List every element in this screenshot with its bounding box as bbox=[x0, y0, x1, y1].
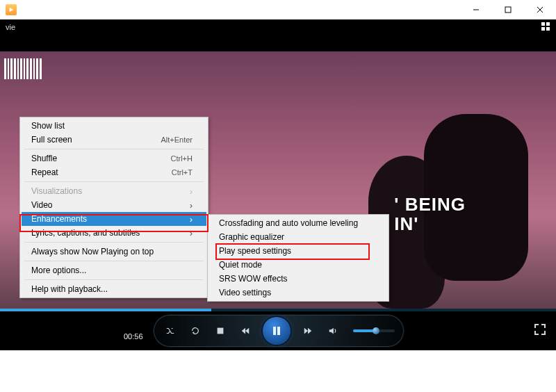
play-pause-button[interactable] bbox=[263, 317, 291, 345]
svg-rect-8 bbox=[546, 27, 550, 31]
svg-rect-10 bbox=[218, 328, 224, 334]
svg-rect-7 bbox=[541, 27, 545, 31]
maximize-button[interactable] bbox=[492, 0, 524, 19]
window-titlebar bbox=[0, 0, 556, 19]
elapsed-time: 00:56 bbox=[124, 332, 143, 341]
close-button[interactable] bbox=[524, 0, 556, 19]
svg-marker-0 bbox=[10, 8, 14, 12]
svg-marker-17 bbox=[329, 328, 334, 334]
control-dock bbox=[153, 314, 404, 348]
video-area: ' BEING IN' Show list Full screenAlt+Ent… bbox=[0, 35, 556, 350]
previous-button[interactable] bbox=[238, 323, 253, 338]
switch-view-icon[interactable] bbox=[541, 22, 550, 33]
minimize-button[interactable] bbox=[460, 0, 492, 19]
menu-always-on-top[interactable]: Always show Now Playing on top bbox=[22, 245, 206, 259]
seek-progress bbox=[0, 309, 211, 311]
playback-controls: 00:56 bbox=[0, 309, 556, 350]
video-caption: ' BEING IN' bbox=[394, 195, 466, 234]
toolbar-title: vie bbox=[6, 23, 15, 31]
context-menu: Show list Full screenAlt+Enter ShuffleCt… bbox=[19, 117, 208, 298]
svg-marker-11 bbox=[242, 328, 245, 334]
submenu-graphic-equalizer[interactable]: Graphic equalizer bbox=[209, 230, 387, 244]
volume-knob[interactable] bbox=[373, 327, 379, 334]
seek-bar[interactable] bbox=[0, 309, 556, 311]
menu-repeat[interactable]: RepeatCtrl+T bbox=[22, 165, 206, 179]
svg-rect-2 bbox=[505, 7, 511, 13]
svg-rect-5 bbox=[541, 22, 545, 26]
submenu-crossfading[interactable]: Crossfading and auto volume leveling bbox=[209, 216, 387, 230]
svg-marker-12 bbox=[245, 328, 249, 334]
repeat-button[interactable] bbox=[188, 323, 203, 338]
submenu-quiet-mode[interactable]: Quiet mode bbox=[209, 258, 387, 272]
svg-marker-9 bbox=[193, 332, 195, 334]
fullscreen-button[interactable] bbox=[534, 323, 546, 338]
menu-enhancements[interactable]: Enhancements bbox=[22, 212, 206, 226]
enhancements-submenu: Crossfading and auto volume leveling Gra… bbox=[207, 214, 389, 302]
menu-video[interactable]: Video bbox=[22, 198, 206, 212]
menu-show-list[interactable]: Show list bbox=[22, 119, 206, 133]
caption-line-1: ' BEING bbox=[394, 195, 466, 214]
menu-help-playback[interactable]: Help with playback... bbox=[22, 282, 206, 296]
player-toolbar: vie bbox=[0, 19, 556, 35]
volume-slider[interactable] bbox=[353, 329, 395, 332]
shuffle-button[interactable] bbox=[163, 323, 178, 338]
submenu-video-settings[interactable]: Video settings bbox=[209, 286, 387, 300]
svg-marker-15 bbox=[304, 328, 308, 334]
stop-button[interactable] bbox=[213, 323, 228, 338]
barcode-graphic bbox=[4, 58, 42, 79]
menu-visualizations: Visualizations bbox=[22, 184, 206, 198]
svg-rect-6 bbox=[546, 22, 550, 26]
app-icon bbox=[6, 4, 17, 15]
next-button[interactable] bbox=[300, 323, 316, 338]
svg-rect-13 bbox=[273, 327, 276, 335]
submenu-srs-wow[interactable]: SRS WOW effects bbox=[209, 272, 387, 286]
menu-more-options[interactable]: More options... bbox=[22, 263, 206, 277]
menu-shuffle[interactable]: ShuffleCtrl+H bbox=[22, 152, 206, 165]
menu-full-screen[interactable]: Full screenAlt+Enter bbox=[22, 133, 206, 147]
menu-lyrics[interactable]: Lyrics, captions, and subtitles bbox=[22, 226, 206, 240]
svg-rect-14 bbox=[277, 327, 280, 335]
volume-icon[interactable] bbox=[325, 323, 341, 338]
caption-line-2: IN' bbox=[394, 214, 466, 234]
submenu-play-speed[interactable]: Play speed settings bbox=[209, 244, 387, 258]
svg-marker-16 bbox=[308, 328, 311, 334]
